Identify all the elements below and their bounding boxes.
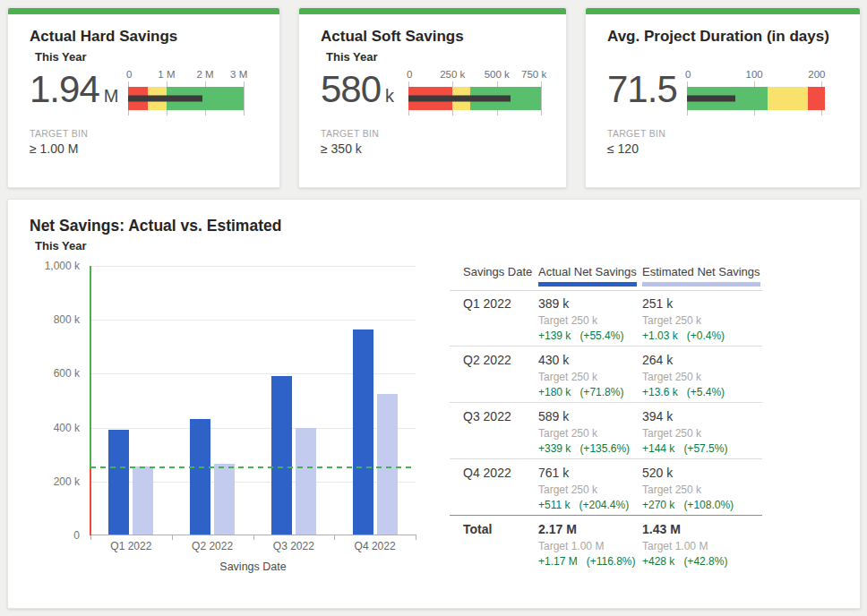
- table-column-header-label: Savings Date: [463, 265, 532, 278]
- target-bin-label: TARGET BIN: [30, 128, 88, 139]
- estimated-value: 394 k: [642, 409, 727, 424]
- actual-value: 389 k: [538, 296, 623, 311]
- estimated-value: 264 k: [642, 353, 725, 367]
- target-bin-value: ≥ 350 k: [321, 141, 362, 156]
- bullet-chart: 0250 k500 k750 k: [408, 69, 541, 119]
- kpi-subtitle: This Year: [35, 50, 87, 64]
- kpi-title: Actual Hard Savings: [30, 28, 177, 46]
- y-axis-line-below-target: [90, 468, 91, 535]
- target-bin-label: TARGET BIN: [607, 128, 665, 139]
- actual-value: 2.17 M: [538, 522, 636, 536]
- kpi-value-number: 1.94: [30, 71, 99, 108]
- target-bin-label: TARGET BIN: [321, 128, 379, 139]
- kpi-card-avg-project-duration[interactable]: Avg. Project Duration (in days) 71.5 010…: [585, 7, 861, 188]
- row-date-label: Q1 2022: [463, 296, 511, 311]
- bullet-measure-bar: [687, 96, 735, 102]
- estimated-bar-q2-2022[interactable]: [214, 464, 235, 535]
- kpi-value-unit: M: [104, 86, 119, 107]
- chart-title: Net Savings: Actual vs. Estimated: [30, 217, 281, 235]
- series-legend-bar: [538, 282, 637, 287]
- bar-chart-plot: 1,000 k800 k600 k400 k200 k0Q1 2022Q2 20…: [90, 266, 416, 535]
- table-column-header-label: Actual Net Savings: [538, 265, 637, 278]
- estimated-target: Target 1.00 M: [642, 540, 727, 552]
- kpi-value: 1.94M: [30, 71, 118, 108]
- net-savings-panel[interactable]: Net Savings: Actual vs. Estimated This Y…: [7, 199, 861, 609]
- actual-variance: +511 k(+204.4%): [538, 499, 629, 511]
- variance-percent: (+135.6%): [579, 442, 630, 455]
- card-accent-bar: [586, 8, 860, 14]
- bullet-tick-label: 250 k: [440, 69, 465, 80]
- kpi-title: Actual Soft Savings: [321, 28, 464, 46]
- estimated-cell: 264 kTarget 250 k+13.6 k(+5.4%): [642, 353, 725, 398]
- actual-value: 430 k: [538, 353, 623, 367]
- estimated-value: 1.43 M: [642, 522, 727, 536]
- table-row: Q1 2022389 kTarget 250 k+139 k(+55.4%)25…: [450, 290, 762, 346]
- y-axis-label: 1,000 k: [45, 260, 80, 272]
- variance-amount: +180 k: [538, 386, 571, 398]
- variance-percent: (+204.4%): [579, 499, 629, 511]
- actual-cell: 761 kTarget 250 k+511 k(+204.4%): [538, 466, 629, 511]
- variance-percent: (+55.4%): [579, 329, 623, 342]
- actual-target: Target 250 k: [538, 371, 623, 383]
- actual-cell: 589 kTarget 250 k+339 k(+135.6%): [538, 409, 630, 455]
- bullet-measure-bar: [128, 96, 202, 102]
- actual-target: Target 250 k: [538, 314, 623, 327]
- actual-bar-q1-2022[interactable]: [108, 430, 129, 535]
- estimated-bar-q3-2022[interactable]: [296, 428, 316, 535]
- table-column-header: Actual Net Savings: [538, 265, 637, 287]
- x-axis-tick: [253, 535, 254, 540]
- x-axis-label: Q1 2022: [90, 540, 172, 552]
- actual-variance: +180 k(+71.8%): [538, 386, 623, 398]
- estimated-bar-q1-2022[interactable]: [133, 466, 153, 535]
- bar-group-q2-2022: Q2 2022: [172, 266, 253, 535]
- actual-bar-q3-2022[interactable]: [271, 376, 292, 535]
- estimated-variance: +13.6 k(+5.4%): [642, 386, 725, 398]
- actual-cell: 2.17 MTarget 1.00 M+1.17 M(+116.8%): [538, 522, 636, 568]
- actual-variance: +1.17 M(+116.8%): [538, 555, 636, 568]
- kpi-value-unit: k: [385, 86, 394, 107]
- bullet-band: [687, 87, 825, 110]
- estimated-variance: +428 k(+42.8%): [642, 555, 727, 568]
- kpi-card-actual-soft-savings[interactable]: Actual Soft Savings This Year 580k 0250 …: [298, 7, 567, 188]
- estimated-cell: 520 kTarget 250 k+270 k(+108.0%): [642, 466, 734, 511]
- bullet-tick-label: 2 M: [196, 69, 213, 80]
- y-axis-label: 200 k: [54, 475, 80, 488]
- actual-bar-q4-2022[interactable]: [353, 329, 373, 535]
- actual-value: 589 k: [538, 409, 630, 424]
- estimated-variance: +144 k(+57.5%): [642, 442, 727, 455]
- kpi-card-actual-hard-savings[interactable]: Actual Hard Savings This Year 1.94M 01 M…: [7, 7, 280, 188]
- bullet-tick-label: 3 M: [230, 69, 247, 80]
- bar-group-q4-2022: Q4 2022: [334, 266, 416, 535]
- y-axis-label: 600 k: [54, 367, 80, 380]
- table-row: Q4 2022761 kTarget 250 k+511 k(+204.4%)5…: [450, 459, 762, 516]
- bullet-band: [408, 87, 541, 110]
- card-accent-bar: [299, 8, 566, 14]
- table-column-header: Estimated Net Savings: [642, 265, 760, 287]
- bullet-band: [128, 87, 244, 110]
- estimated-cell: 394 kTarget 250 k+144 k(+57.5%): [642, 409, 727, 455]
- y-axis-line-above-target: [90, 266, 91, 468]
- variance-percent: (+42.8%): [683, 555, 727, 568]
- table-column-header-label: Estimated Net Savings: [642, 265, 760, 278]
- variance-amount: +511 k: [538, 499, 570, 511]
- estimated-target: Target 250 k: [642, 427, 727, 440]
- variance-percent: (+5.4%): [687, 386, 725, 398]
- card-accent-bar: [8, 8, 279, 14]
- actual-cell: 430 kTarget 250 k+180 k(+71.8%): [538, 353, 623, 398]
- estimated-target: Target 250 k: [642, 483, 734, 496]
- variance-amount: +139 k: [538, 329, 571, 342]
- bullet-tick-label: 500 k: [485, 69, 510, 80]
- estimated-variance: +1.03 k(+0.4%): [642, 329, 725, 342]
- bullet-chart: 0100200: [687, 69, 825, 119]
- bullet-tick-label: 200: [808, 69, 825, 80]
- bullet-range-segment: [808, 87, 825, 110]
- actual-target: Target 1.00 M: [538, 540, 636, 552]
- variance-amount: +144 k: [642, 442, 674, 455]
- estimated-value: 520 k: [642, 466, 734, 480]
- actual-target: Target 250 k: [538, 483, 629, 496]
- bullet-tick: [541, 81, 542, 116]
- variance-percent: (+57.5%): [683, 442, 727, 455]
- variance-amount: +13.6 k: [642, 386, 678, 398]
- actual-bar-q2-2022[interactable]: [190, 419, 210, 535]
- estimated-bar-q4-2022[interactable]: [377, 394, 398, 535]
